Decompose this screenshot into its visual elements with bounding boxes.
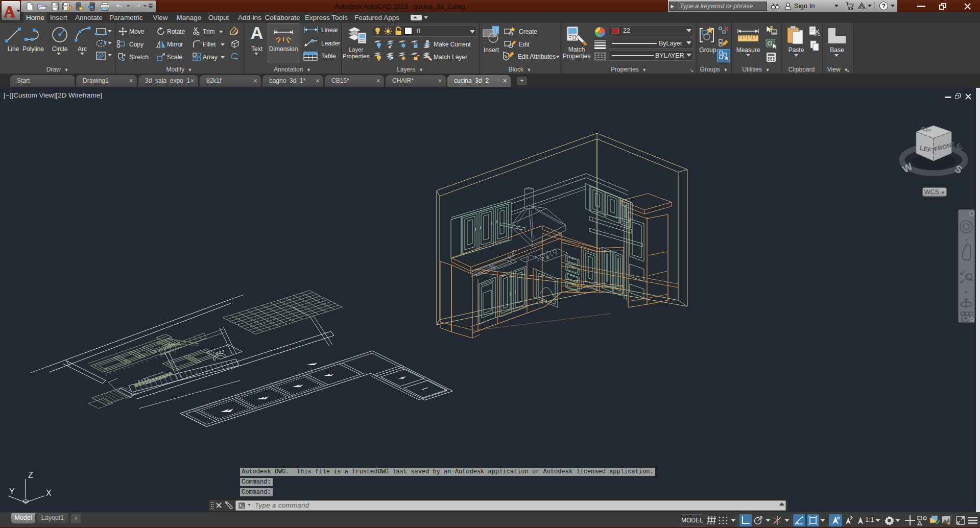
svg-text:X: X	[46, 489, 52, 497]
svg-text:Z: Z	[28, 471, 33, 479]
svg-text:S: S	[953, 163, 964, 176]
svg-text:Y: Y	[9, 487, 15, 496]
